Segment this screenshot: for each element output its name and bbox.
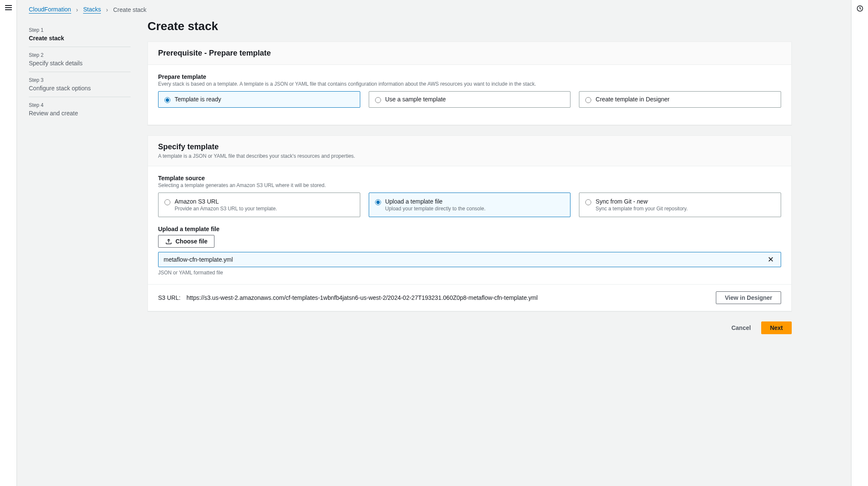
main-area: CloudFormation › Stacks › Create stack S… xyxy=(17,0,851,486)
upload-label: Upload a template file xyxy=(158,226,781,232)
step-title: Configure stack options xyxy=(29,85,91,92)
file-display: metaflow-cfn-template.yml ✕ xyxy=(158,252,781,267)
radio-input[interactable] xyxy=(585,97,591,103)
radio-sync-git[interactable]: Sync from Git - new Sync a template from… xyxy=(579,193,781,217)
choose-file-label: Choose file xyxy=(175,238,207,245)
radio-desc: Sync a template from your Git repository… xyxy=(595,206,775,212)
radio-sample-template[interactable]: Use a sample template xyxy=(369,91,571,108)
step-title: Review and create xyxy=(29,110,78,117)
chevron-right-icon: › xyxy=(106,6,108,13)
hamburger-icon[interactable] xyxy=(5,5,12,10)
next-button[interactable]: Next xyxy=(761,321,792,334)
prepare-template-label: Prepare template xyxy=(158,73,781,80)
radio-input[interactable] xyxy=(164,97,170,103)
clear-file-icon[interactable]: ✕ xyxy=(766,256,776,263)
radio-title: Template is ready xyxy=(175,96,354,103)
radio-desc: Upload your template directly to the con… xyxy=(385,206,565,212)
help-icon[interactable] xyxy=(857,5,863,13)
step-title: Specify stack details xyxy=(29,60,83,67)
left-rail xyxy=(0,0,17,486)
radio-input[interactable] xyxy=(375,199,381,205)
radio-create-designer[interactable]: Create template in Designer xyxy=(579,91,781,108)
page-title: Create stack xyxy=(147,20,792,33)
wizard-step-1[interactable]: Step 1 Create stack xyxy=(29,22,131,47)
chevron-right-icon: › xyxy=(76,6,78,13)
view-in-designer-button[interactable]: View in Designer xyxy=(716,291,781,304)
cancel-button[interactable]: Cancel xyxy=(726,321,756,334)
specify-template-subtitle: A template is a JSON or YAML file that d… xyxy=(158,153,781,159)
radio-input[interactable] xyxy=(585,199,591,205)
panel-header: Prerequisite - Prepare template xyxy=(148,42,791,65)
breadcrumb-cloudformation[interactable]: CloudFormation xyxy=(29,6,71,14)
wizard-step-2[interactable]: Step 2 Specify stack details xyxy=(29,47,131,72)
specify-template-heading: Specify template xyxy=(158,142,781,151)
prerequisite-panel: Prerequisite - Prepare template Prepare … xyxy=(147,42,792,125)
selected-filename: metaflow-cfn-template.yml xyxy=(164,256,233,263)
radio-input[interactable] xyxy=(164,199,170,205)
radio-title: Sync from Git - new xyxy=(595,198,775,205)
step-title: Create stack xyxy=(29,35,64,42)
upload-icon xyxy=(165,238,172,245)
radio-upload-file[interactable]: Upload a template file Upload your templ… xyxy=(369,193,571,217)
prepare-template-desc: Every stack is based on a template. A te… xyxy=(158,81,781,87)
radio-input[interactable] xyxy=(375,97,381,103)
file-format-hint: JSON or YAML formatted file xyxy=(158,270,781,276)
breadcrumb-stacks[interactable]: Stacks xyxy=(83,6,101,14)
breadcrumb-current: Create stack xyxy=(113,6,147,13)
breadcrumb: CloudFormation › Stacks › Create stack xyxy=(17,0,851,16)
template-source-label: Template source xyxy=(158,175,781,182)
action-row: Cancel Next xyxy=(147,321,792,334)
radio-title: Use a sample template xyxy=(385,96,565,103)
wizard-step-4[interactable]: Step 4 Review and create xyxy=(29,97,131,122)
template-source-desc: Selecting a template generates an Amazon… xyxy=(158,182,781,188)
radio-template-ready[interactable]: Template is ready xyxy=(158,91,360,108)
radio-title: Amazon S3 URL xyxy=(175,198,354,205)
choose-file-button[interactable]: Choose file xyxy=(158,235,214,248)
s3-url-value: https://s3.us-west-2.amazonaws.com/cf-te… xyxy=(186,294,538,301)
radio-s3-url[interactable]: Amazon S3 URL Provide an Amazon S3 URL t… xyxy=(158,193,360,217)
wizard-step-3[interactable]: Step 3 Configure stack options xyxy=(29,72,131,97)
wizard-nav: Step 1 Create stack Step 2 Specify stack… xyxy=(29,20,131,334)
panel-header: Specify template A template is a JSON or… xyxy=(148,136,791,166)
s3-url-label: S3 URL: xyxy=(158,294,181,301)
specify-template-panel: Specify template A template is a JSON or… xyxy=(147,135,792,311)
main-column: Create stack Prerequisite - Prepare temp… xyxy=(147,20,792,334)
radio-title: Upload a template file xyxy=(385,198,565,205)
step-number: Step 2 xyxy=(29,52,131,58)
right-rail xyxy=(851,0,868,486)
radio-title: Create template in Designer xyxy=(595,96,775,103)
s3-url-footer: S3 URL: https://s3.us-west-2.amazonaws.c… xyxy=(148,284,791,311)
radio-desc: Provide an Amazon S3 URL to your templat… xyxy=(175,206,354,212)
step-number: Step 4 xyxy=(29,102,131,108)
prerequisite-heading: Prerequisite - Prepare template xyxy=(158,49,781,58)
step-number: Step 1 xyxy=(29,27,131,33)
step-number: Step 3 xyxy=(29,77,131,83)
